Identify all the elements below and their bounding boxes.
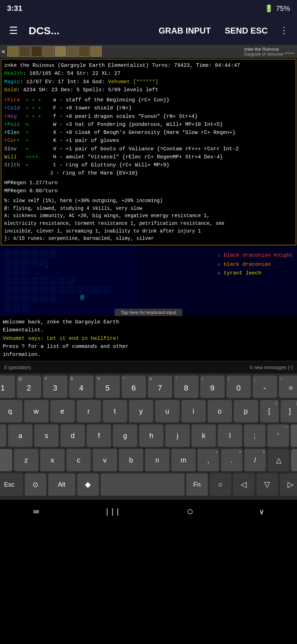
key-rbracket[interactable]: } ] (281, 400, 297, 422)
key-g[interactable]: g (113, 424, 137, 447)
key-semicolon[interactable]: : ; (244, 424, 266, 447)
key-d[interactable]: d (60, 424, 85, 447)
key-b[interactable]: b (119, 449, 143, 471)
key-z[interactable]: z (14, 449, 38, 471)
key-y[interactable]: y (129, 400, 153, 422)
key-7[interactable]: & 7 (148, 375, 172, 398)
svg-rect-9 (13, 259, 20, 266)
arrow-up-key[interactable]: △ (268, 449, 289, 471)
key-3[interactable]: # 3 (43, 375, 67, 398)
a-line2: electricity resistance, torment resistan… (4, 220, 293, 228)
arrow-down-key[interactable]: ▽ (256, 473, 278, 496)
key-minus[interactable]: _ - (253, 375, 277, 398)
menu-icon[interactable]: ☰ (6, 25, 21, 37)
key-r[interactable]: r (77, 400, 101, 422)
keyboard-nav-icon[interactable]: ⌨ (26, 503, 46, 522)
thumb-3 (31, 46, 42, 57)
key-0[interactable]: ) 0 (226, 375, 251, 398)
key-w[interactable]: w (24, 400, 49, 422)
key-quote[interactable]: " ' (267, 424, 289, 447)
svg-rect-24 (3, 286, 11, 294)
key-j[interactable]: j (165, 424, 190, 447)
enter-key[interactable]: ↵ (291, 424, 297, 447)
key-slash[interactable]: ? / (244, 449, 266, 471)
key-lbracket[interactable]: { [ (260, 400, 279, 422)
key-5[interactable]: % 5 (95, 375, 120, 398)
key-k[interactable]: k (191, 424, 216, 447)
svg-rect-13 (3, 268, 11, 276)
alt-key[interactable]: Alt (48, 473, 75, 496)
key-p[interactable]: p (234, 400, 258, 422)
special-key-1[interactable]: ⊙ (25, 473, 46, 496)
fn-key[interactable]: Fn (186, 473, 208, 496)
key-8[interactable]: * 8 (174, 375, 198, 398)
key-9[interactable]: ( 9 (200, 375, 225, 398)
key-m[interactable]: m (171, 449, 196, 471)
key-t[interactable]: t (103, 400, 127, 422)
key-v[interactable]: v (93, 449, 117, 471)
stats-row3: Gold: 4234 SH: 23 Dex: 5 Spells: 5/69 le… (4, 86, 293, 94)
diamond-key[interactable]: ◆ (77, 473, 99, 496)
monster-icon-1: ⚔ (217, 262, 224, 267)
shift-right-key[interactable]: ⇧ (291, 449, 297, 471)
key-u[interactable]: u (155, 400, 180, 422)
app-title: DCS... (29, 25, 150, 37)
close-icon[interactable]: ✕ (1, 48, 5, 55)
key-s[interactable]: s (34, 424, 59, 447)
msg-line-3: Press ? for a list of commands and other (3, 343, 294, 351)
key-1[interactable]: ! 1 (0, 375, 15, 398)
shift-left-key[interactable]: ⇧ (0, 449, 12, 471)
key-c[interactable]: c (66, 449, 91, 471)
recents-icon[interactable]: ∨ (252, 504, 271, 520)
arrow-right-key[interactable]: ▷ (280, 473, 297, 496)
svg-rect-39 (31, 295, 38, 303)
key-l[interactable]: l (218, 424, 242, 447)
key-2[interactable]: @ 2 (17, 375, 41, 398)
circle-key[interactable]: ○ (210, 473, 231, 496)
key-4[interactable]: $ 4 (69, 375, 94, 398)
res-row-9: J - ring of the Hare {EV+10} (4, 169, 293, 177)
stats-row1: Health: 165/165 AC: 54 Str: 22 XL: 27 (4, 70, 293, 78)
monster-name-1: black draconian (224, 262, 271, 267)
svg-rect-8 (3, 259, 11, 266)
key-o[interactable]: o (208, 400, 232, 422)
svg-rect-4 (22, 250, 29, 257)
key-a[interactable]: a (8, 424, 32, 447)
send-esc-button[interactable]: SEND ESC (220, 23, 273, 38)
res-row-4: rElec + X - +0 cloak of Beogh's Generosi… (4, 129, 293, 137)
more-options-icon[interactable]: ⋮ (277, 22, 291, 39)
key-period[interactable]: > . (221, 449, 242, 471)
qwerty-row: ↹ q w e r t y u i o p { [ } ] \ (1, 400, 296, 422)
map-area[interactable]: @ . . . ⚔ black draconian knight ⚔ black… (0, 246, 297, 316)
key-n[interactable]: n (145, 449, 169, 471)
home-icon[interactable]: ○ (180, 502, 200, 522)
space-key[interactable] (101, 473, 184, 496)
key-comma[interactable]: < , (197, 449, 219, 471)
key-x[interactable]: x (40, 449, 65, 471)
key-f[interactable]: f (87, 424, 111, 447)
ctrl-key[interactable]: Ctrl (0, 424, 6, 447)
thumb-6 (67, 46, 78, 57)
key-i[interactable]: i (181, 400, 206, 422)
arrow-left-key[interactable]: ◁ (233, 473, 255, 496)
monster-name-2: tyrant leech (224, 270, 261, 276)
image-strip: ✕ znke the Ruinous Gargoyle of Vehumet *… (0, 45, 297, 58)
grab-input-button[interactable]: GRAB INPUT (154, 23, 216, 38)
svg-rect-30 (58, 286, 66, 294)
monster-list: ⚔ black draconian knight ⚔ black draconi… (217, 251, 293, 278)
svg-text:@: @ (80, 294, 84, 301)
battery-icon: 🔋 (265, 4, 273, 13)
back-icon[interactable]: ||| (98, 504, 128, 520)
keyboard-hint[interactable]: Tap here for keyboard input (115, 309, 182, 316)
key-h[interactable]: h (139, 424, 164, 447)
esc-key[interactable]: Esc (0, 473, 23, 496)
a-line3: invisible, clever 1, screaming 1, inabil… (4, 228, 293, 235)
svg-rect-23 (67, 277, 75, 285)
thumb-1 (7, 46, 19, 57)
key-q[interactable]: q (0, 400, 22, 422)
res-row-1: rCold + + + F - +8 tower shield {rN+} (4, 104, 293, 112)
key-equals[interactable]: + = (279, 375, 297, 398)
key-6[interactable]: ^ 6 (122, 375, 146, 398)
key-e[interactable]: e (50, 400, 75, 422)
svg-rect-26 (22, 286, 29, 294)
